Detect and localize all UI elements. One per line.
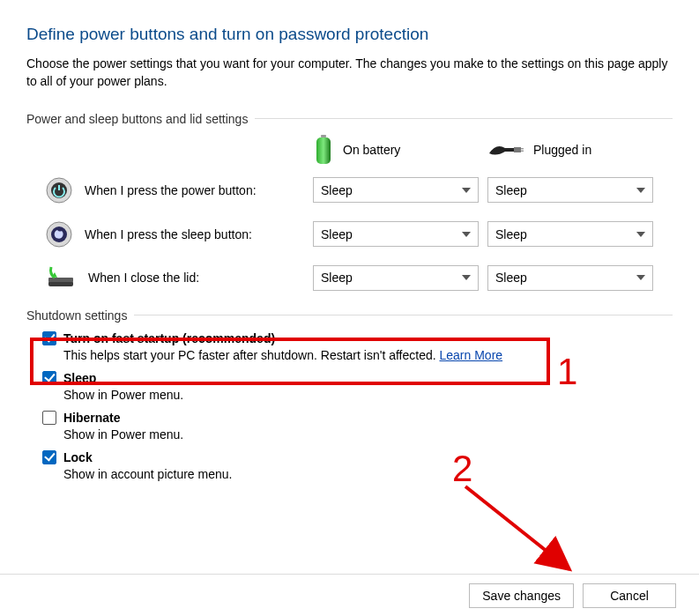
cancel-button[interactable]: Cancel <box>583 583 676 608</box>
battery-icon <box>313 135 334 165</box>
fast-startup-label: Turn on fast startup (recommended) <box>63 331 275 345</box>
column-header-plugged: Plugged in <box>487 141 662 159</box>
row-label-power: When I press the power button: <box>85 183 257 197</box>
page-title: Define power buttons and turn on passwor… <box>26 25 673 44</box>
lid-plugged-select[interactable]: Sleep <box>487 265 653 291</box>
svg-rect-0 <box>321 135 326 137</box>
svg-rect-3 <box>521 148 524 149</box>
lock-label: Lock <box>63 450 93 464</box>
column-header-battery: On battery <box>313 135 487 165</box>
page-description: Choose the power settings that you want … <box>26 55 673 91</box>
sleep-desc: Show in Power menu. <box>63 388 673 402</box>
lid-close-icon <box>46 265 76 290</box>
power-button-icon <box>46 177 72 204</box>
plug-icon <box>487 141 524 159</box>
svg-rect-1 <box>316 137 331 164</box>
row-label-lid: When I close the lid: <box>88 271 199 285</box>
sleep-button-battery-select[interactable]: Sleep <box>313 221 479 247</box>
hibernate-checkbox[interactable] <box>42 411 56 425</box>
save-button[interactable]: Save changes <box>469 583 574 608</box>
sleep-label: Sleep <box>63 371 96 385</box>
sleep-button-plugged-select[interactable]: Sleep <box>487 221 653 247</box>
shutdown-section-heading: Shutdown settings <box>26 308 673 323</box>
row-label-sleep: When I press the sleep button: <box>85 227 252 241</box>
power-button-plugged-select[interactable]: Sleep <box>487 177 653 203</box>
lock-desc: Show in account picture menu. <box>63 467 673 481</box>
svg-rect-2 <box>514 147 521 152</box>
shutdown-section-heading-text: Shutdown settings <box>26 308 127 323</box>
sleep-checkbox[interactable] <box>42 371 56 385</box>
buttons-section-heading: Power and sleep buttons and lid settings <box>26 112 673 126</box>
sleep-button-icon <box>46 221 72 248</box>
column-header-battery-label: On battery <box>343 143 400 157</box>
hibernate-desc: Show in Power menu. <box>63 427 673 442</box>
annotation-number-2: 2 <box>452 448 472 490</box>
fast-startup-checkbox[interactable] <box>42 331 56 345</box>
hibernate-label: Hibernate <box>63 411 121 425</box>
power-button-battery-select[interactable]: Sleep <box>313 177 479 203</box>
svg-line-11 <box>465 486 569 569</box>
buttons-section-heading-text: Power and sleep buttons and lid settings <box>26 112 248 126</box>
lid-battery-select[interactable]: Sleep <box>313 265 479 291</box>
svg-rect-4 <box>521 150 524 151</box>
footer-bar: Save changes Cancel <box>0 574 699 616</box>
annotation-number-1: 1 <box>557 351 577 393</box>
annotation-arrow <box>458 483 599 580</box>
fast-startup-desc: This helps start your PC faster after sh… <box>63 348 436 362</box>
svg-rect-10 <box>48 278 73 282</box>
column-header-plugged-label: Plugged in <box>533 143 591 157</box>
learn-more-link[interactable]: Learn More <box>440 348 503 362</box>
lock-checkbox[interactable] <box>42 450 56 464</box>
